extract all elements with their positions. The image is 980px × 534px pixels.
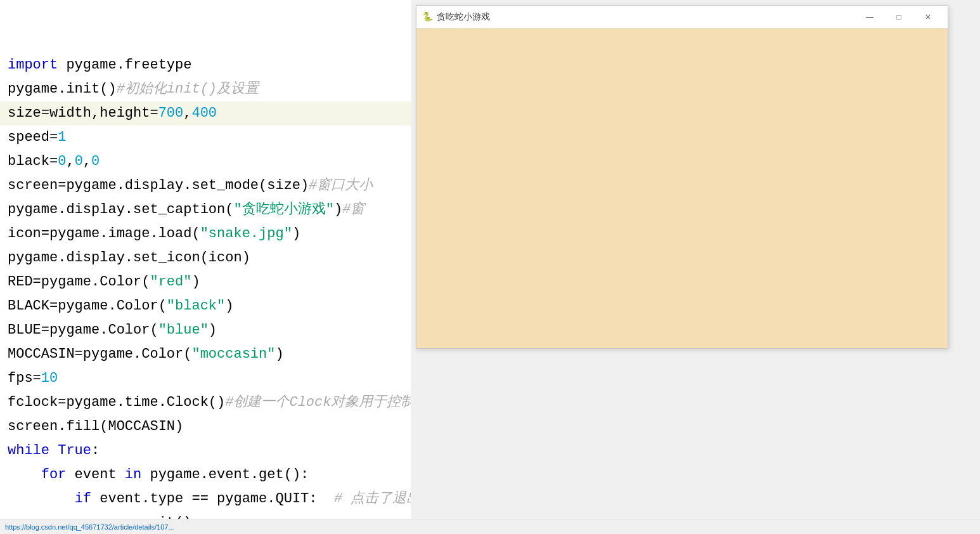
pygame-window: 🐍 贪吃蛇小游戏 — □ ✕ <box>416 5 948 349</box>
pygame-window-title: 贪吃蛇小游戏 <box>437 11 855 23</box>
code-line: fclock=pygame.time.Clock()#创建一个Clock对象用于… <box>0 391 411 415</box>
code-line: import pygame.freetype <box>0 53 411 77</box>
close-button[interactable]: ✕ <box>913 6 943 29</box>
code-line: for event in pygame.event.get(): <box>0 463 411 487</box>
code-line: while True: <box>0 439 411 463</box>
maximize-button[interactable]: □ <box>884 6 913 29</box>
status-url: https://blog.csdn.net/qq_45671732/articl… <box>5 523 174 531</box>
pygame-window-icon: 🐍 <box>422 11 433 23</box>
code-line: pygame.display.set_icon(icon) <box>0 246 411 270</box>
code-line: BLACK=pygame.Color("black") <box>0 294 411 318</box>
code-line: if event.type == pygame.QUIT: # 点击了退出 <box>0 487 411 511</box>
minimize-button[interactable]: — <box>855 6 884 29</box>
code-line: RED=pygame.Color("red") <box>0 270 411 294</box>
pygame-window-controls: — □ ✕ <box>855 6 943 29</box>
code-line: MOCCASIN=pygame.Color("moccasin") <box>0 342 411 367</box>
code-line: screen=pygame.display.set_mode(size)#窗口大… <box>0 174 411 198</box>
pygame-titlebar: 🐍 贪吃蛇小游戏 — □ ✕ <box>416 6 948 29</box>
code-line: BLUE=pygame.Color("blue") <box>0 318 411 342</box>
code-lines: import pygame.freetypepygame.init()#初始化i… <box>0 0 411 534</box>
code-editor: import pygame.freetypepygame.init()#初始化i… <box>0 0 411 534</box>
code-line: speed=1 <box>0 126 411 150</box>
pygame-window-area: 🐍 贪吃蛇小游戏 — □ ✕ <box>411 0 980 534</box>
status-bar: https://blog.csdn.net/qq_45671732/articl… <box>0 519 980 534</box>
code-line: screen.fill(MOCCASIN) <box>0 415 411 439</box>
code-line: black=0,0,0 <box>0 150 411 174</box>
code-line: fps=10 <box>0 367 411 391</box>
pygame-canvas <box>416 29 948 348</box>
code-line: pygame.display.set_caption("贪吃蛇小游戏")#窗 <box>0 198 411 222</box>
code-line: pygame.init()#初始化init()及设置 <box>0 77 411 101</box>
code-line: icon=pygame.image.load("snake.jpg") <box>0 222 411 246</box>
code-line: size=width,height=700,400 <box>0 101 411 126</box>
